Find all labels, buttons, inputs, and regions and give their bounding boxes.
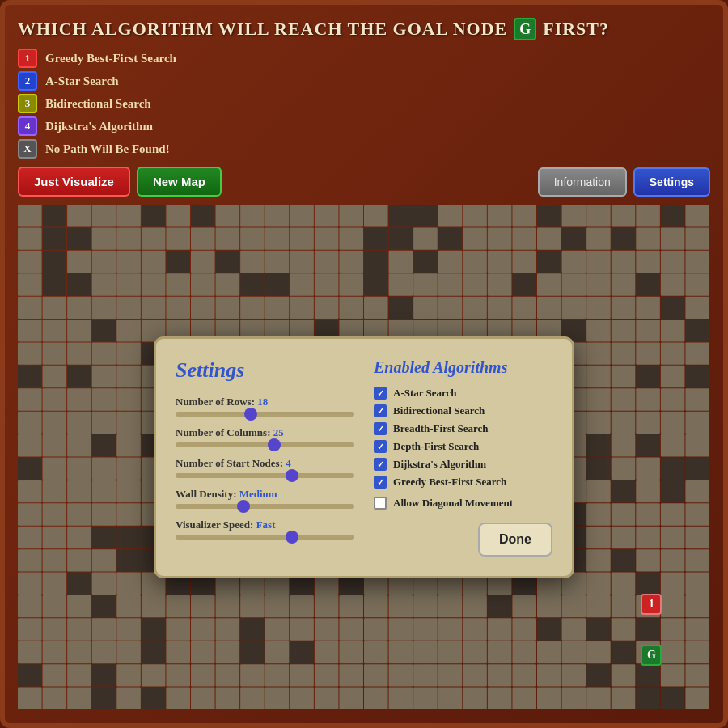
rows-slider-track[interactable] [176,412,354,417]
svg-rect-102 [463,273,487,295]
visualize-button[interactable]: Just Visualize [18,167,130,197]
info-button[interactable]: Information [538,167,627,197]
rows-label: Number of Rows: 18 [176,396,354,408]
density-slider-thumb[interactable] [237,500,250,513]
svg-rect-16 [413,205,438,226]
svg-rect-65 [240,251,265,273]
done-button[interactable]: Done [478,523,552,557]
svg-rect-594 [166,688,190,709]
diagonal-checkbox[interactable] [374,497,387,510]
svg-rect-37 [240,227,265,249]
svg-rect-615 [685,688,709,709]
svg-rect-447 [685,549,709,571]
svg-rect-196 [18,366,42,387]
svg-rect-112 [18,297,42,319]
svg-rect-597 [240,688,265,709]
svg-rect-474 [661,573,685,595]
algorithm-checkbox[interactable]: ✓ [374,422,387,435]
algorithm-checkbox[interactable]: ✓ [374,476,387,489]
svg-rect-165 [636,320,660,341]
svg-rect-226 [67,388,91,410]
svg-rect-332 [612,458,636,480]
svg-rect-144 [116,320,141,341]
svg-rect-55 [685,227,709,249]
svg-rect-510 [166,618,190,640]
svg-rect-123 [290,297,314,319]
svg-rect-486 [265,595,290,617]
svg-rect-516 [315,618,339,640]
svg-rect-595 [191,688,215,709]
svg-rect-600 [315,688,339,709]
svg-rect-387 [586,503,611,525]
svg-rect-139 [685,297,709,319]
cols-slider-track[interactable] [176,442,354,447]
settings-button[interactable]: Settings [633,167,710,197]
svg-rect-569 [240,664,265,686]
svg-rect-34 [166,227,190,249]
svg-rect-75 [488,251,512,273]
svg-rect-388 [612,503,636,525]
algorithm-label: Dijkstra's Algorithm [393,458,486,471]
svg-rect-604 [413,688,438,709]
svg-rect-568 [216,664,240,686]
svg-rect-578 [463,664,487,686]
starts-slider-track[interactable] [176,473,354,478]
svg-rect-31 [92,227,116,249]
svg-rect-533 [43,641,67,663]
svg-rect-553 [537,641,561,663]
svg-rect-593 [142,688,166,709]
svg-rect-8 [216,205,240,226]
svg-rect-603 [389,688,413,709]
svg-rect-424 [116,549,141,571]
svg-rect-607 [488,688,512,709]
svg-rect-591 [92,688,116,709]
svg-rect-565 [142,664,166,686]
rows-value: 18 [257,396,268,408]
svg-rect-122 [265,297,290,319]
svg-rect-253 [43,412,67,434]
svg-rect-446 [661,549,685,571]
svg-rect-83 [685,251,709,273]
svg-rect-51 [586,227,611,249]
svg-rect-471 [586,573,611,595]
cols-slider-thumb[interactable] [268,438,281,451]
algorithm-checkbox[interactable]: ✓ [374,387,387,400]
svg-rect-247 [586,388,611,410]
algorithm-checkbox[interactable]: ✓ [374,458,387,471]
svg-rect-395 [92,527,116,548]
svg-rect-136 [612,297,636,319]
svg-rect-52 [612,227,636,249]
svg-rect-142 [67,320,91,341]
svg-rect-44 [413,227,438,249]
algorithm-checkbox[interactable]: ✓ [374,440,387,453]
svg-rect-543 [290,641,314,663]
svg-rect-284 [116,434,141,456]
rows-slider-thumb[interactable] [244,408,257,421]
title-suffix: FIRST? [543,19,609,40]
svg-rect-99 [389,273,413,295]
speed-slider-thumb[interactable] [286,531,298,544]
settings-panel: Settings Number of Rows: 18 [154,336,574,578]
svg-rect-476 [18,595,42,617]
svg-rect-276 [612,412,636,434]
toolbar: Just Visualize New Map Information Setti… [18,167,710,197]
density-value: Medium [239,488,277,500]
legend: 1 Greedy Best-First Search 2 A-Star Sear… [18,49,710,159]
speed-slider-track[interactable] [176,535,354,540]
svg-rect-74 [463,251,487,273]
svg-rect-200 [116,366,141,387]
svg-rect-334 [661,458,685,480]
svg-rect-58 [67,251,91,273]
svg-rect-49 [537,227,561,249]
svg-rect-170 [67,342,91,364]
svg-rect-98 [364,273,388,295]
density-slider-track[interactable] [176,504,354,509]
svg-rect-303 [586,434,611,456]
svg-rect-485 [240,595,265,617]
starts-slider-thumb[interactable] [286,469,298,482]
newmap-button[interactable]: New Map [137,167,222,197]
svg-rect-59 [92,251,116,273]
algorithm-checkbox[interactable]: ✓ [374,404,387,417]
svg-rect-23 [586,205,611,226]
svg-rect-499 [586,595,611,617]
